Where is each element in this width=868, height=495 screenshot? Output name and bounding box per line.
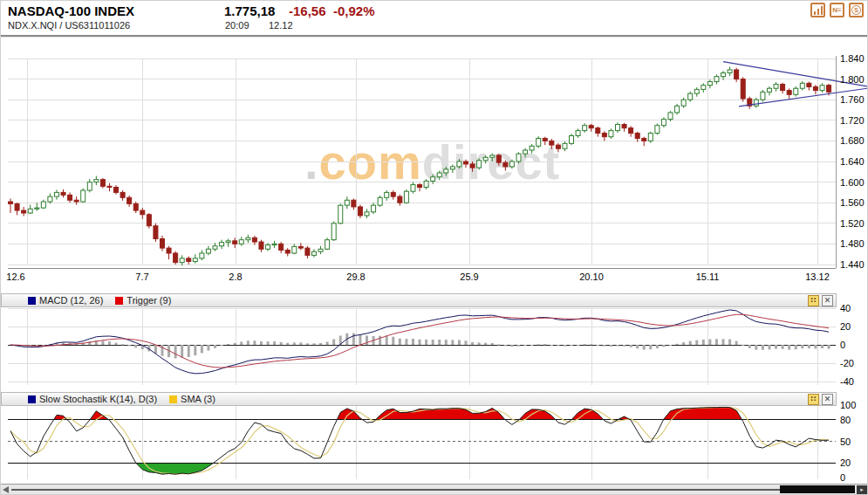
- macd-chart[interactable]: [1, 308, 868, 389]
- macd-histogram-bar: [286, 343, 289, 345]
- candle: [160, 239, 164, 249]
- macd-histogram-bar: [755, 345, 757, 350]
- price-tick: 1.440: [840, 259, 865, 270]
- macd-histogram-bar: [221, 345, 223, 346]
- macd-histogram-bar: [134, 345, 137, 347]
- candle: [635, 134, 639, 139]
- macd-close-icon[interactable]: ✕: [822, 295, 833, 306]
- time-scrollbar[interactable]: ▸: [1, 484, 868, 495]
- macd-histogram-bar: [386, 336, 388, 345]
- price-tick: 1.840: [840, 53, 865, 64]
- candle: [701, 86, 706, 90]
- quote-circle-icon[interactable]: S: [849, 3, 864, 17]
- macd-histogram-bar: [366, 335, 368, 345]
- trigger-legend-swatch: [115, 297, 123, 305]
- candle: [272, 244, 277, 244]
- scroll-right-handle-icon[interactable]: ▸: [857, 485, 867, 494]
- date-tick: 13.12: [805, 272, 830, 282]
- price-tick: 1.520: [840, 218, 865, 229]
- candle: [463, 162, 468, 164]
- macd-histogram-bar: [234, 343, 236, 345]
- macd-histogram-bar: [299, 342, 302, 345]
- price-tick: 1.760: [840, 94, 865, 105]
- price-tick: 1.640: [840, 156, 865, 167]
- candle: [180, 258, 184, 263]
- macd-tick: -20: [840, 358, 854, 368]
- macd-histogram-bar: [379, 336, 381, 345]
- macd-settings-icon[interactable]: ∷: [808, 295, 819, 306]
- scrollbar-rail[interactable]: [11, 489, 854, 491]
- candle: [325, 240, 330, 250]
- bar-chart-glyph: [814, 6, 823, 15]
- stoch-close-icon[interactable]: ✕: [822, 394, 833, 405]
- candle: [431, 177, 435, 182]
- macd-histogram-bar: [656, 345, 659, 348]
- stoch-settings-icon[interactable]: ∷: [808, 394, 819, 405]
- macd-histogram-bar: [458, 340, 461, 345]
- stoch-legend-swatch: [28, 395, 36, 403]
- candle: [259, 242, 263, 249]
- scrollbar-thumb[interactable]: [780, 485, 855, 493]
- macd-histogram-bar: [484, 343, 487, 345]
- macd-histogram-bar: [478, 342, 481, 345]
- stoch-panel-header: Slow Stochastik K(14), D(3) SMA (3) ∷ ✕: [1, 392, 837, 406]
- candle: [127, 197, 132, 203]
- macd-histogram-bar: [728, 340, 731, 345]
- macd-histogram-bar: [497, 345, 500, 346]
- candle: [120, 192, 125, 197]
- candle: [642, 138, 646, 141]
- candle: [378, 197, 382, 205]
- scroll-left-arrow-icon[interactable]: [3, 486, 9, 493]
- date-tick: 7.7: [135, 272, 148, 282]
- stochastic-chart[interactable]: [1, 406, 868, 482]
- candle: [523, 150, 528, 154]
- macd-tick: 20: [840, 321, 851, 332]
- macd-histogram-bar: [603, 345, 605, 347]
- macd-histogram-bar: [662, 345, 665, 347]
- candle: [721, 73, 726, 77]
- candle: [81, 190, 85, 202]
- macd-histogram-bar: [643, 345, 646, 349]
- price-tick: 1.600: [840, 177, 865, 188]
- macd-legend: MACD (12, 26) Trigger (9): [28, 295, 180, 306]
- candle: [87, 182, 92, 190]
- macd-histogram-bar: [419, 340, 421, 345]
- candle: [411, 185, 415, 192]
- candle: [543, 138, 547, 141]
- instrument-title: NASDAQ-100 INDEX: [8, 3, 134, 18]
- macd-histogram-bar: [214, 345, 216, 348]
- sma-legend-swatch: [169, 395, 177, 403]
- macd-histogram-bar: [108, 341, 111, 345]
- candle: [668, 113, 673, 120]
- change-percent: -0,92%: [333, 3, 375, 18]
- candle: [707, 82, 712, 86]
- candle: [827, 86, 831, 93]
- candle: [813, 86, 817, 90]
- news-icon[interactable]: N≡: [830, 3, 844, 17]
- candle: [774, 85, 778, 89]
- candle: [516, 154, 521, 162]
- bar-chart-icon[interactable]: [810, 3, 825, 17]
- candle: [133, 203, 138, 210]
- macd-histogram-bar: [801, 345, 803, 348]
- candle: [437, 173, 441, 177]
- candle: [509, 162, 514, 167]
- macd-histogram-bar: [510, 345, 513, 347]
- candle: [661, 120, 666, 126]
- candle: [820, 86, 824, 91]
- candle: [9, 202, 13, 203]
- candle: [781, 85, 785, 91]
- price-tick: 1.560: [840, 197, 865, 208]
- candle: [358, 207, 362, 216]
- macd-histogram-bar: [412, 339, 414, 345]
- candle: [767, 88, 771, 92]
- macd-tick: 40: [840, 303, 851, 313]
- candle: [311, 251, 316, 255]
- macd-panel-header: MACD (12, 26) Trigger (9) ∷ ✕: [1, 293, 837, 307]
- macd-histogram-bar: [722, 339, 725, 345]
- macd-histogram-bar: [491, 343, 494, 345]
- candle: [688, 93, 693, 100]
- candle: [147, 215, 151, 226]
- candlestick-chart[interactable]: [1, 40, 868, 289]
- stoch-tick: 80: [840, 415, 851, 425]
